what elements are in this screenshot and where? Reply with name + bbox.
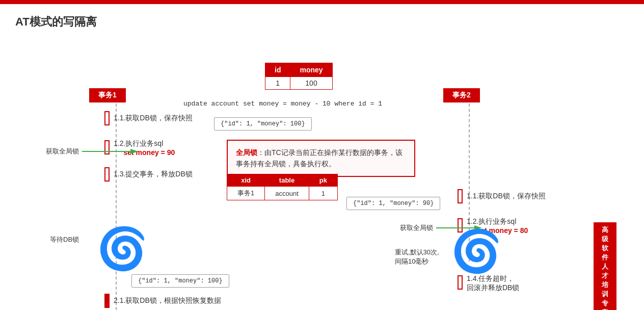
cell-id: 1 [265,77,290,90]
tx1-step21: 2.1.获取DB锁，根据快照恢复数据 [104,294,221,308]
tx1-acquire-lock: 获取全局锁 [46,147,138,156]
tx1-json-after: {"id": 1, "money": 90} [346,197,440,210]
page-title: AT模式的写隔离 [15,14,629,30]
tx1-step3: 1.3.提交事务，释放DB锁 [104,167,193,182]
tx2-retry: 重试,默认30次, 间隔10毫秒 [395,248,439,266]
tx1-json-before: {"id": 1, "money": 100} [214,117,312,131]
col-id: id [265,63,290,77]
col-money: money [290,63,332,77]
top-bar [0,0,644,4]
tx1-label: 事务1 [89,88,126,102]
cell-money: 100 [290,77,332,90]
tx2-label: 事务2 [443,88,480,102]
svg-marker-1 [130,149,138,154]
step-rect-3 [104,167,110,182]
tx1-wait-db-lock: 等待DB锁 [50,235,79,244]
tx1-step1: 1.1.获取DB锁，保存快照 [104,111,193,125]
lock-arrow-1 [82,147,138,156]
step-rect-1 [104,111,110,125]
step-rect-21 [104,294,110,308]
tx1-spiral: 🌀 [97,228,148,269]
tx2-spiral: 🌀 [451,231,502,272]
tx2-step4: 1.4.任务超时， 回滚并释放DB锁 [458,274,519,293]
lock-table: xid table pk 事务1 account 1 [227,170,338,200]
tx1-timeline [116,104,117,310]
tx2-rect-4 [458,275,463,290]
tx1-json-restore: {"id": 1, "money": 100} [131,274,229,288]
sql-statement: update account set money = money - 10 wh… [183,100,382,108]
tx2-rect-1 [458,189,463,203]
db-table: id money 1 100 [265,63,333,90]
tx2-step1: 1.1.获取DB锁，保存快照 [458,189,546,203]
